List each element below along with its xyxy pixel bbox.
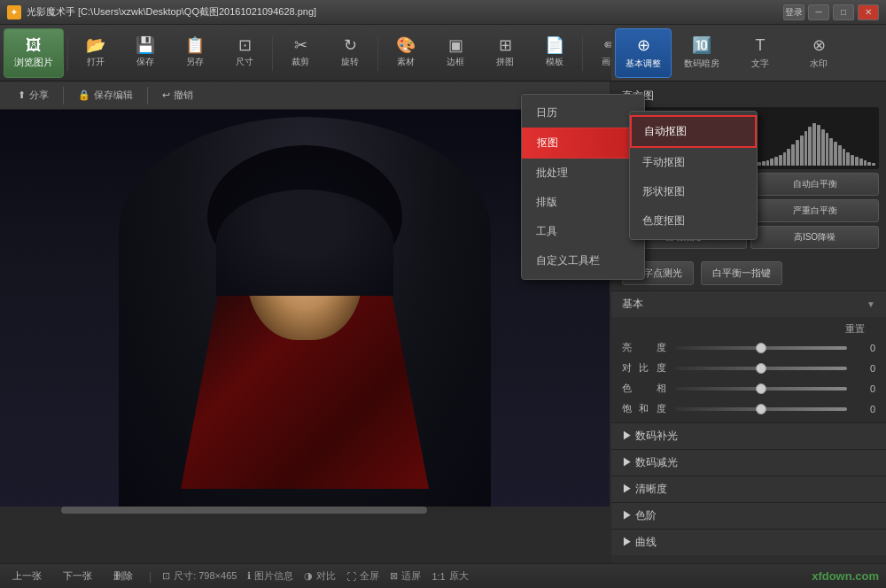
- slider-track-2[interactable]: [675, 387, 847, 391]
- slider-track-3[interactable]: [675, 407, 847, 411]
- toolbar-separator-3: [377, 35, 378, 71]
- digital-reduce-label: ▶ 数码减光: [622, 455, 875, 470]
- save-edit-label: 保存编辑: [94, 89, 133, 102]
- histogram-bar: [829, 138, 833, 166]
- contrast-btn[interactable]: ◑ 对比: [304, 569, 336, 583]
- image-placeholder: [0, 110, 610, 507]
- slider-thumb-0[interactable]: [756, 343, 766, 353]
- browse-button[interactable]: 🖼 浏览图片: [4, 28, 64, 78]
- slider-label-3: 饱 和 度: [622, 402, 668, 415]
- rotate-button[interactable]: ↻ 旋转: [326, 28, 374, 78]
- maximize-button[interactable]: □: [833, 4, 854, 20]
- fit-btn[interactable]: ⊠ 适屏: [390, 569, 421, 583]
- fullscreen-btn[interactable]: ⛶ 全屏: [346, 569, 379, 583]
- undo-button[interactable]: ↩ 撤销: [155, 86, 200, 104]
- severe-wb-button[interactable]: 严重白平衡: [750, 199, 879, 222]
- histogram-bar: [804, 131, 808, 166]
- menu-item-customize[interactable]: 自定义工具栏: [522, 246, 644, 275]
- image-scrollbar[interactable]: [0, 507, 610, 514]
- prev-button[interactable]: 上一张: [7, 568, 47, 584]
- slider-track-1[interactable]: [675, 367, 847, 370]
- toolbar-separator-4: [582, 35, 583, 71]
- minimize-button[interactable]: ─: [808, 4, 829, 20]
- tab-text[interactable]: T 文字: [732, 28, 789, 78]
- clarity-section[interactable]: ▶ 清晰度: [611, 476, 886, 502]
- slider-track-0[interactable]: [675, 346, 847, 350]
- menu-item-cutout[interactable]: 抠图: [522, 128, 644, 159]
- save-as-button[interactable]: 📋 另存: [171, 28, 219, 78]
- slider-label-0: 亮 度: [622, 341, 668, 354]
- histogram-bar: [851, 155, 854, 166]
- submenu-shape-cutout[interactable]: 形状抠图: [630, 177, 757, 206]
- tab-darkroom[interactable]: 🔟 数码暗房: [673, 28, 730, 78]
- scrollbar-thumb[interactable]: [61, 507, 427, 514]
- original-btn[interactable]: 1:1 原大: [431, 569, 468, 583]
- next-button[interactable]: 下一张: [58, 568, 97, 584]
- close-button[interactable]: ✕: [858, 4, 879, 20]
- share-label: 分享: [29, 89, 49, 102]
- material-button[interactable]: 🎨 素材: [382, 28, 430, 78]
- browse-label: 浏览图片: [14, 56, 53, 69]
- digital-reduce-section[interactable]: ▶ 数码减光: [611, 449, 886, 476]
- auto-wb-button[interactable]: 自动白平衡: [750, 173, 879, 196]
- reset-button[interactable]: 重置: [845, 322, 865, 336]
- save-button[interactable]: 💾 保存: [121, 28, 169, 78]
- wb-one-key-button[interactable]: 白平衡一指键: [701, 261, 782, 285]
- slider-thumb-2[interactable]: [756, 383, 766, 394]
- resize-button[interactable]: ⊡ 尺寸: [221, 28, 268, 78]
- ruler-icon: ⊡: [162, 570, 170, 582]
- rotate-label: 旋转: [341, 56, 359, 68]
- basic-arrow-icon: ▼: [867, 299, 875, 309]
- resize-icon: ⊡: [238, 37, 252, 53]
- info-icon: ℹ: [247, 570, 251, 582]
- submenu-manual-cutout[interactable]: 手动抠图: [630, 148, 757, 177]
- action-separator: [63, 87, 64, 104]
- template-icon: 📄: [545, 37, 564, 53]
- collage-button[interactable]: ⊞ 拼图: [481, 28, 529, 78]
- undo-icon: ↩: [162, 89, 170, 101]
- delete-button[interactable]: 删除: [108, 568, 138, 584]
- share-icon: ⬆: [18, 89, 26, 101]
- slider-thumb-3[interactable]: [756, 404, 766, 414]
- submenu-auto-cutout[interactable]: 自动抠图: [630, 115, 757, 148]
- share-button[interactable]: ⬆ 分享: [11, 86, 56, 104]
- digital-fill-section[interactable]: ▶ 数码补光: [611, 422, 886, 449]
- histogram-bar: [800, 135, 804, 166]
- tab-basic-adjustment[interactable]: ⊕ 基本调整: [615, 28, 672, 78]
- curves-section[interactable]: ▶ 曲线: [611, 529, 886, 555]
- tab-watermark[interactable]: ⊗ 水印: [790, 28, 847, 78]
- histogram-bar: [843, 149, 846, 166]
- histogram-bar: [859, 159, 863, 166]
- slider-value-1: 0: [854, 363, 875, 374]
- toolbar-separator-2: [272, 35, 273, 71]
- menu-item-batch[interactable]: 批处理: [522, 159, 644, 188]
- high-iso-button[interactable]: 高ISO降噪: [750, 226, 879, 249]
- histogram-bar: [826, 133, 829, 166]
- menu-item-tools[interactable]: 工具: [522, 217, 644, 246]
- image-info-btn[interactable]: ℹ 图片信息: [247, 569, 293, 583]
- menu-item-layout[interactable]: 排版: [522, 188, 644, 217]
- histogram-bar: [808, 127, 812, 166]
- collage-label: 拼图: [496, 56, 514, 68]
- image-area: [0, 110, 610, 507]
- slider-value-0: 0: [854, 343, 875, 353]
- crop-button[interactable]: ✂ 裁剪: [276, 28, 324, 78]
- fit-icon: ⊠: [390, 570, 398, 582]
- levels-label: ▶ 色阶: [622, 508, 875, 523]
- open-button[interactable]: 📂 打开: [72, 28, 120, 78]
- submenu-color-cutout[interactable]: 色度抠图: [630, 206, 757, 236]
- levels-section[interactable]: ▶ 色阶: [611, 502, 886, 529]
- status-bar: 上一张 下一张 删除 | ⊡ 尺寸: 798×465 ℹ 图片信息 ◑ 对比 ⛶…: [0, 563, 886, 588]
- menu-item-calendar[interactable]: 日历: [522, 98, 644, 128]
- login-button[interactable]: 登录: [783, 4, 804, 20]
- save-edit-button[interactable]: 🔒 保存编辑: [71, 86, 140, 104]
- crop-label: 裁剪: [291, 56, 309, 68]
- basic-section-header[interactable]: 基本 ▼: [611, 290, 886, 317]
- template-button[interactable]: 📄 模板: [531, 28, 579, 78]
- histogram-bar: [758, 162, 761, 166]
- toolbar-separator: [67, 35, 68, 71]
- histogram-title: 直方图: [611, 81, 886, 107]
- material-label: 素材: [397, 56, 415, 68]
- border-button[interactable]: ▣ 边框: [431, 28, 479, 78]
- slider-thumb-1[interactable]: [756, 363, 766, 374]
